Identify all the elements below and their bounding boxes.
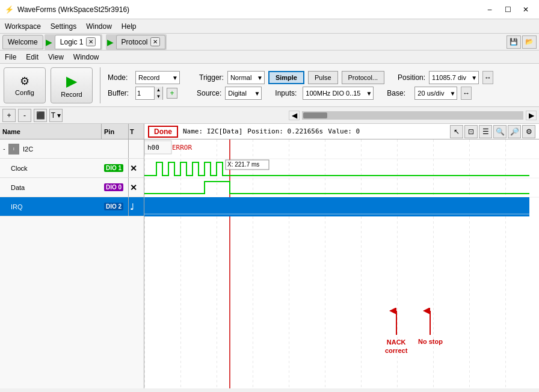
- window-controls: – ☐ ✕: [481, 1, 534, 18]
- menu-window[interactable]: Window: [81, 19, 117, 33]
- buffer-value[interactable]: [136, 89, 154, 97]
- protocol-play-icon: ▶: [107, 37, 114, 47]
- svg-text:ERROR: ERROR: [172, 144, 192, 152]
- scroll-right-button[interactable]: ▶: [526, 111, 537, 120]
- dotdot-button[interactable]: ⬛: [34, 109, 47, 122]
- buffer-up[interactable]: ▲: [154, 87, 162, 93]
- trigger-dropdown[interactable]: Normal Auto Single ▼: [227, 71, 265, 84]
- wf-zoom-in[interactable]: 🔍: [493, 125, 507, 138]
- menu-bar: Workspace Settings Window Help: [0, 19, 539, 34]
- simple-button[interactable]: Simple: [268, 71, 304, 84]
- minimize-button[interactable]: –: [481, 1, 498, 18]
- buffer-input[interactable]: ▲ ▼: [135, 87, 163, 100]
- signal-row-irq[interactable]: IRQ DIO 2 ♩: [0, 197, 144, 216]
- irq-t: ♩: [129, 197, 144, 216]
- config-button[interactable]: ⚙ Config: [4, 67, 46, 103]
- title-bar: ⚡ WaveForms (WrkSpaceSt25r3916) – ☐ ✕: [0, 0, 539, 19]
- waveform-header: Done Name: I2C[Data] Position: 0.221656s…: [144, 124, 539, 139]
- wf-settings[interactable]: ⚙: [522, 125, 535, 138]
- buffer-add-button[interactable]: +: [167, 88, 177, 99]
- signal-row-i2c[interactable]: - i I2C: [0, 139, 144, 159]
- mode-label: Mode:: [108, 73, 132, 82]
- source-dropdown[interactable]: Digital Analog ▼: [225, 87, 262, 100]
- wf-tool1[interactable]: ↖: [450, 125, 463, 138]
- tab-protocol[interactable]: Protocol ✕: [116, 35, 165, 49]
- add-signal-button[interactable]: +: [2, 109, 16, 122]
- clock-pin-badge: DIO 1: [104, 164, 123, 172]
- base-label: Base:: [387, 89, 411, 97]
- tab-logic1-close[interactable]: ✕: [86, 37, 96, 46]
- toolbar-divider: [100, 67, 100, 103]
- mode-select[interactable]: Record Single Repeated: [135, 71, 180, 84]
- record-label: Record: [61, 91, 82, 98]
- signal-header: Name Pin T: [0, 124, 144, 139]
- data-name: Data: [10, 184, 102, 191]
- scroll-bar[interactable]: [302, 111, 523, 120]
- position-select[interactable]: 11085.7 div: [429, 71, 479, 84]
- tab-logic1[interactable]: Logic 1 ✕: [55, 35, 101, 49]
- header-name: Name: I2C[Data]: [183, 127, 242, 135]
- i2c-pin: [102, 139, 129, 158]
- position-dropdown[interactable]: 11085.7 div ▼: [429, 71, 479, 84]
- tab-welcome[interactable]: Welcome ✕: [2, 35, 43, 49]
- source-select[interactable]: Digital Analog: [225, 87, 262, 100]
- done-badge: Done: [148, 126, 178, 138]
- scroll-left-button[interactable]: ◀: [289, 111, 300, 120]
- clock-t: ✕: [129, 159, 144, 177]
- record-icon: ▶: [66, 73, 77, 90]
- menu-view[interactable]: View: [43, 51, 69, 63]
- menu-window2[interactable]: Window: [69, 51, 104, 63]
- config-label: Config: [15, 89, 34, 96]
- header-position: Position: 0.221656s: [247, 127, 323, 135]
- protocol-button[interactable]: Protocol...: [342, 71, 385, 84]
- wf-zoom-out[interactable]: 🔎: [508, 125, 521, 138]
- position-extra-button[interactable]: ↔: [482, 71, 493, 84]
- base-extra-button[interactable]: ↔: [461, 87, 472, 100]
- signal-list: Name Pin T - i I2C Clock DIO 1 ✕ Data DI…: [0, 124, 144, 388]
- tab-logic1-label: Logic 1: [60, 38, 84, 46]
- menu-edit[interactable]: Edit: [21, 51, 43, 63]
- waveform-grid: h00 ERROR X: 221.7 ms: [144, 139, 539, 388]
- trigger-label: Trigger:: [199, 73, 224, 82]
- menu-help[interactable]: Help: [117, 19, 141, 33]
- maximize-button[interactable]: ☐: [499, 1, 516, 18]
- col-name-header: Name: [0, 124, 102, 139]
- tool-button[interactable]: T ▾: [49, 109, 63, 122]
- save-icon[interactable]: 💾: [507, 35, 521, 49]
- close-button[interactable]: ✕: [517, 1, 534, 18]
- wf-tool2[interactable]: ⊡: [464, 125, 478, 138]
- clock-name: Clock: [10, 165, 102, 172]
- menu-workspace[interactable]: Workspace: [0, 19, 46, 33]
- inputs-dropdown[interactable]: 100MHz DIO 0..15 ▼: [303, 87, 374, 100]
- signal-panel: Name Pin T - i I2C Clock DIO 1 ✕ Data DI…: [0, 124, 539, 388]
- scroll-thumb: [303, 112, 327, 118]
- tab-bar: Welcome ✕ ▶ Logic 1 ✕ ▶ Protocol ✕ 💾 📂: [0, 34, 539, 51]
- tab-bar-right: 💾 📂: [507, 35, 537, 49]
- waveform-area: Done Name: I2C[Data] Position: 0.221656s…: [144, 124, 539, 388]
- pulse-button[interactable]: Pulse: [308, 71, 338, 84]
- menu-settings[interactable]: Settings: [46, 19, 81, 33]
- base-select[interactable]: 20 us/div: [414, 87, 457, 100]
- col-pin-header: Pin: [102, 124, 129, 139]
- buffer-down[interactable]: ▼: [154, 93, 162, 100]
- base-dropdown[interactable]: 20 us/div ▼: [414, 87, 457, 100]
- i2c-expand[interactable]: -: [0, 145, 8, 152]
- data-pin-badge: DIO 0: [104, 183, 123, 191]
- nack-label: NACKcorrect: [385, 338, 407, 355]
- signal-row-clock[interactable]: Clock DIO 1 ✕: [0, 159, 144, 178]
- trigger-select[interactable]: Normal Auto Single: [227, 71, 265, 84]
- open-icon[interactable]: 📂: [522, 35, 537, 49]
- clock-pin: DIO 1: [102, 159, 129, 177]
- tab-protocol-close[interactable]: ✕: [150, 37, 160, 46]
- signal-row-data[interactable]: Data DIO 0 ✕: [0, 178, 144, 197]
- buffer-spinners: ▲ ▼: [154, 87, 162, 100]
- sub-toolbar: + - ⬛ T ▾ ◀ ▶: [0, 107, 539, 124]
- data-t: ✕: [129, 178, 144, 197]
- inputs-select[interactable]: 100MHz DIO 0..15: [303, 87, 374, 100]
- buffer-row: Buffer: ▲ ▼ + Source: Digital Analog ▼ I…: [108, 87, 493, 100]
- mode-dropdown[interactable]: Record Single Repeated ▼: [135, 71, 180, 84]
- record-button[interactable]: ▶ Record: [51, 67, 93, 103]
- wf-tool3[interactable]: ☰: [479, 125, 492, 138]
- remove-signal-button[interactable]: -: [18, 109, 31, 122]
- menu-file[interactable]: File: [0, 51, 21, 63]
